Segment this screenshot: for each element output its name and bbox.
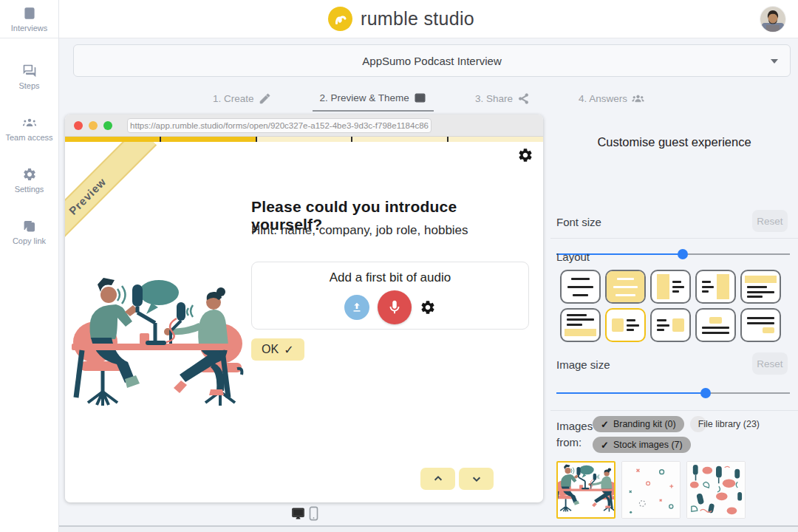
tab-create[interactable]: 1. Create (205, 87, 279, 112)
progress-segment (449, 137, 543, 142)
check-icon: ✓ (601, 440, 609, 451)
monitor-icon (290, 506, 306, 521)
previous-question-button[interactable] (420, 468, 455, 490)
image-thumbnails (556, 461, 746, 519)
sidebar-item-label: Steps (18, 81, 39, 90)
images-from-label: Images from: (556, 418, 592, 451)
preview-ribbon: Preview (65, 142, 157, 265)
tab-label: 2. Preview & Theme (320, 92, 409, 103)
sidebar-item-label: Settings (15, 185, 44, 194)
record-audio-button[interactable] (378, 290, 412, 324)
device-preview-toggles (290, 506, 318, 521)
tab-share[interactable]: 3. Share (468, 87, 537, 112)
interview-title: AppSumo Podcast Interview (362, 55, 501, 67)
slider-knob[interactable] (700, 388, 711, 398)
guest-preview-window: https://app.rumble.studio/forms/open/920… (65, 115, 543, 502)
browser-titlebar: https://app.rumble.studio/forms/open/920… (65, 115, 543, 137)
zoom-window-icon (103, 121, 112, 130)
divider (550, 238, 798, 239)
sidebar-item-interviews[interactable]: Interviews (0, 0, 58, 38)
share-icon (517, 92, 530, 105)
sidebar-item-steps[interactable]: Steps (0, 59, 58, 95)
interviews-icon (22, 6, 37, 21)
progress-segment (161, 137, 257, 142)
mobile-preview-button[interactable] (309, 506, 318, 521)
image-size-slider[interactable] (556, 388, 790, 398)
question-hint: Hint: name, company, job role, hobbies (251, 223, 532, 238)
sidebar-item-copy-link[interactable]: Copy link (0, 214, 58, 250)
font-size-label: Font size (556, 216, 601, 228)
phone-icon (309, 506, 318, 521)
preview-ribbon-label: Preview (66, 174, 108, 216)
upload-audio-button[interactable] (344, 295, 369, 320)
sidebar-item-settings[interactable]: Settings (0, 163, 58, 198)
layout-option-image-right-small[interactable] (650, 308, 691, 342)
progress-segment (257, 137, 353, 142)
layout-option-image-left-small[interactable] (605, 308, 646, 342)
customise-panel: Customise guest experience Font size Res… (550, 38, 798, 532)
pencil-icon (259, 92, 271, 105)
gear-icon (420, 299, 436, 316)
settings-icon (22, 167, 37, 182)
layout-option-image-right-half[interactable] (695, 270, 736, 304)
preview-icon (414, 92, 426, 104)
address-bar: https://app.rumble.studio/forms/open/920… (127, 118, 432, 133)
question-nav (420, 468, 494, 490)
tab-preview-theme[interactable]: 2. Preview & Theme (313, 87, 434, 112)
layout-options-grid (560, 270, 789, 342)
chip-file-library-23[interactable]: File library (23) (690, 416, 706, 432)
layout-label: Layout (556, 250, 590, 263)
next-question-button[interactable] (459, 468, 494, 490)
chip-label: Branding kit (0) (613, 419, 676, 429)
page-url: https://app.rumble.studio/forms/open/920… (130, 121, 429, 130)
image-thumb-sparse-pattern[interactable] (621, 461, 681, 519)
layout-option-image-left-half[interactable] (650, 270, 691, 304)
chevron-down-icon (471, 474, 482, 484)
tab-label: 1. Create (213, 93, 254, 104)
image-thumb-dense-pattern[interactable] (686, 461, 746, 519)
desktop-preview-button[interactable] (290, 506, 306, 521)
window-traffic-lights (74, 121, 112, 130)
rumble-studio-logo: rumble studio (328, 7, 474, 31)
page-bottom-strip (0, 527, 798, 532)
chevron-up-icon (433, 474, 443, 484)
image-thumb-podcast-illustration[interactable] (556, 461, 615, 519)
rumble-studio-app: Interviews Steps Team access Settings Co… (0, 0, 798, 532)
font-size-reset-button[interactable]: Reset (752, 210, 788, 232)
progress-segment (352, 137, 449, 142)
chip-stock-images-7[interactable]: ✓Stock images (7) (593, 437, 691, 453)
top-header: rumble studio (59, 0, 798, 38)
check-icon: ✓ (601, 419, 609, 430)
rumble-logo-icon (328, 7, 352, 31)
image-source-chips: ✓Branding kit (0)File library (23)✓Stock… (593, 416, 791, 453)
slider-fill (556, 392, 706, 394)
question-progress-bar (65, 137, 543, 142)
avatar-photo (760, 7, 785, 32)
slider-knob[interactable] (678, 249, 688, 259)
layout-option-image-bottom-small[interactable] (740, 308, 781, 342)
sidebar-item-team-access[interactable]: Team access (0, 111, 58, 146)
chip-branding-kit-0[interactable]: ✓Branding kit (0) (593, 416, 684, 432)
upload-icon (350, 301, 364, 314)
ok-button[interactable]: OK ✓ (251, 338, 304, 361)
audio-settings-button[interactable] (420, 299, 436, 316)
user-avatar[interactable] (760, 7, 785, 32)
gear-icon (517, 147, 533, 163)
layout-option-image-top[interactable] (740, 270, 781, 304)
image-size-reset-button[interactable]: Reset (752, 352, 788, 375)
form-preview-body: Preview Please could you introduce yours… (65, 142, 543, 502)
layout-option-image-top-small[interactable] (695, 308, 736, 342)
sidebar: Interviews Steps Team access Settings Co… (0, 0, 59, 532)
tab-label: 3. Share (475, 93, 513, 104)
logo-text: rumble studio (361, 8, 474, 30)
image-size-label: Image size (556, 358, 610, 371)
chip-label: File library (23) (698, 419, 760, 429)
podcast-illustration (69, 272, 246, 421)
form-settings-button[interactable] (517, 147, 533, 163)
font-size-slider[interactable] (556, 249, 790, 259)
ok-label: OK (262, 343, 279, 356)
layout-option-text-only[interactable] (560, 270, 601, 304)
layout-option-text-over-image[interactable] (605, 270, 646, 304)
audio-card-title: Add a first bit of audio (252, 270, 528, 285)
layout-option-image-bottom[interactable] (560, 308, 601, 342)
